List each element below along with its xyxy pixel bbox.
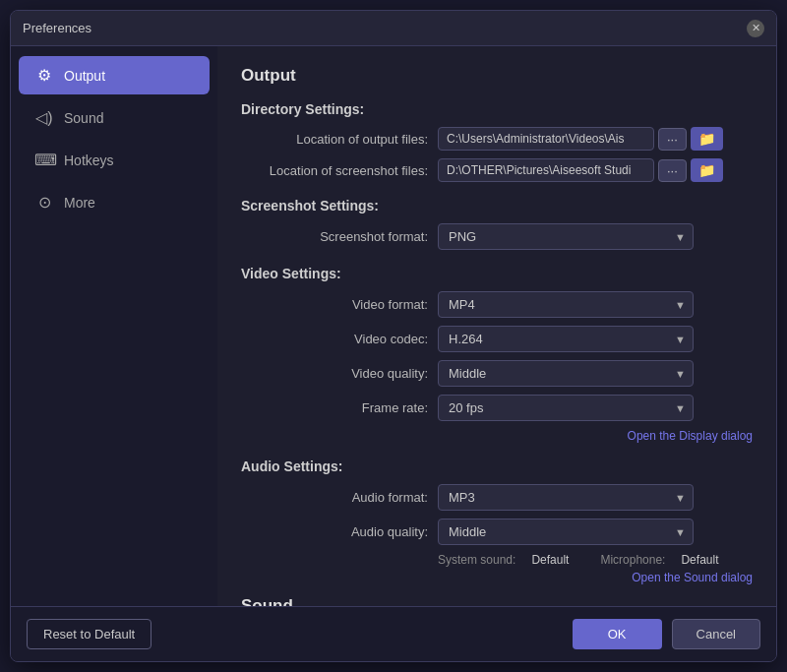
sidebar: ⚙ Output ◁) Sound ⌨ Hotkeys ⊙ More: [11, 46, 217, 606]
audio-info-row: System sound: Default Microphone: Defaul…: [241, 553, 753, 567]
output-files-dots-button[interactable]: ···: [658, 128, 687, 151]
cancel-button[interactable]: Cancel: [672, 619, 760, 649]
sound-section-title: Sound: [241, 596, 753, 606]
video-codec-select[interactable]: H.264 H.265 MPEG-4: [438, 326, 694, 352]
frame-rate-select[interactable]: 15 fps 20 fps 24 fps 30 fps 60 fps: [438, 395, 694, 421]
video-format-wrapper: MP4 MOV AVI MKV ▼: [438, 291, 694, 318]
audio-quality-select[interactable]: High Middle Low: [438, 519, 694, 545]
sidebar-item-output[interactable]: ⚙ Output: [19, 56, 210, 94]
video-codec-label: Video codec:: [241, 332, 438, 346]
output-files-folder-button[interactable]: 📁: [691, 127, 723, 151]
output-files-group: C:\Users\Administrator\Videos\Ais ··· 📁: [438, 127, 723, 151]
screenshot-files-group: D:\OTHER\Pictures\Aiseesoft Studi ··· 📁: [438, 158, 723, 182]
main-content: Output Directory Settings: Location of o…: [217, 46, 776, 606]
dialog-title: Preferences: [23, 21, 91, 35]
footer: Reset to Default OK Cancel: [11, 606, 776, 661]
screenshot-files-folder-button[interactable]: 📁: [691, 158, 723, 182]
footer-actions: OK Cancel: [573, 619, 760, 649]
output-files-label: Location of output files:: [241, 132, 438, 147]
sound-dialog-link[interactable]: Open the Sound dialog: [241, 571, 753, 584]
screenshot-files-label: Location of screenshot files:: [241, 163, 438, 178]
sidebar-label-more: More: [64, 195, 95, 211]
video-quality-label: Video quality:: [241, 366, 438, 381]
dialog-body: ⚙ Output ◁) Sound ⌨ Hotkeys ⊙ More Outpu…: [11, 46, 776, 606]
directory-settings-title: Directory Settings:: [241, 101, 753, 117]
video-quality-wrapper: High Middle Low ▼: [438, 360, 694, 387]
frame-rate-label: Frame rate:: [241, 400, 438, 415]
screenshot-format-select[interactable]: PNG JPG BMP GIF: [438, 223, 694, 250]
output-files-value: C:\Users\Administrator\Videos\Ais: [438, 127, 654, 151]
preferences-dialog: Preferences ✕ ⚙ Output ◁) Sound ⌨ Hotkey…: [10, 10, 777, 662]
video-codec-row: Video codec: H.264 H.265 MPEG-4 ▼: [241, 326, 753, 352]
screenshot-files-dots-button[interactable]: ···: [658, 159, 687, 182]
video-codec-wrapper: H.264 H.265 MPEG-4 ▼: [438, 326, 694, 352]
reset-button[interactable]: Reset to Default: [27, 619, 151, 649]
screenshot-format-label: Screenshot format:: [241, 229, 438, 244]
audio-quality-wrapper: High Middle Low ▼: [438, 519, 694, 545]
frame-rate-wrapper: 15 fps 20 fps 24 fps 30 fps 60 fps ▼: [438, 395, 694, 421]
ok-button[interactable]: OK: [573, 619, 662, 649]
audio-quality-label: Audio quality:: [241, 524, 438, 539]
screenshot-settings-title: Screenshot Settings:: [241, 198, 753, 214]
video-settings-title: Video Settings:: [241, 266, 753, 281]
video-quality-row: Video quality: High Middle Low ▼: [241, 360, 753, 387]
sidebar-item-hotkeys[interactable]: ⌨ Hotkeys: [19, 141, 210, 179]
video-quality-select[interactable]: High Middle Low: [438, 360, 694, 387]
video-format-select[interactable]: MP4 MOV AVI MKV: [438, 291, 694, 318]
sidebar-item-sound[interactable]: ◁) Sound: [19, 98, 210, 137]
page-title: Output: [241, 66, 753, 86]
video-format-row: Video format: MP4 MOV AVI MKV ▼: [241, 291, 753, 318]
sound-icon: ◁): [34, 108, 54, 127]
frame-rate-row: Frame rate: 15 fps 20 fps 24 fps 30 fps …: [241, 395, 753, 421]
screenshot-files-value: D:\OTHER\Pictures\Aiseesoft Studi: [438, 158, 654, 182]
output-files-row: Location of output files: C:\Users\Admin…: [241, 127, 753, 151]
audio-format-label: Audio format:: [241, 490, 438, 505]
title-bar: Preferences ✕: [11, 11, 776, 46]
sidebar-label-output: Output: [64, 68, 105, 84]
system-sound-value: Default: [531, 553, 569, 567]
microphone-value: Default: [681, 553, 718, 567]
sidebar-label-hotkeys: Hotkeys: [64, 153, 114, 168]
sidebar-label-sound: Sound: [64, 110, 103, 126]
microphone-label: Microphone:: [600, 553, 665, 567]
audio-settings-title: Audio Settings:: [241, 458, 753, 474]
display-dialog-link[interactable]: Open the Display dialog: [241, 429, 753, 443]
output-icon: ⚙: [34, 66, 54, 85]
screenshot-files-row: Location of screenshot files: D:\OTHER\P…: [241, 158, 753, 182]
close-button[interactable]: ✕: [747, 20, 764, 37]
video-format-label: Video format:: [241, 297, 438, 312]
audio-format-wrapper: MP3 AAC WMA FLAC ▼: [438, 484, 694, 511]
sidebar-item-more[interactable]: ⊙ More: [19, 183, 210, 221]
audio-format-row: Audio format: MP3 AAC WMA FLAC ▼: [241, 484, 753, 511]
audio-format-select[interactable]: MP3 AAC WMA FLAC: [438, 484, 694, 511]
screenshot-format-row: Screenshot format: PNG JPG BMP GIF ▼: [241, 223, 753, 250]
hotkeys-icon: ⌨: [34, 151, 54, 169]
screenshot-format-wrapper: PNG JPG BMP GIF ▼: [438, 223, 694, 250]
audio-quality-row: Audio quality: High Middle Low ▼: [241, 519, 753, 545]
more-icon: ⊙: [34, 193, 54, 212]
system-sound-label: System sound:: [438, 553, 515, 567]
